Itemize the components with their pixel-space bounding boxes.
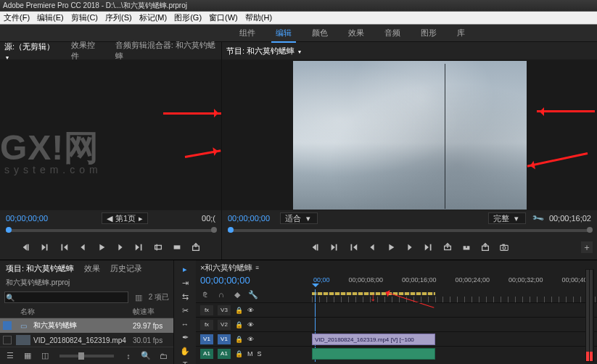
- row-checkbox[interactable]: [3, 336, 12, 344]
- settings-icon[interactable]: 🔧: [530, 211, 544, 226]
- tab-project[interactable]: 项目: 和六莫钓蟋蟀: [6, 263, 74, 274]
- audio-clip[interactable]: [312, 348, 435, 360]
- src-insert-icon[interactable]: [153, 242, 163, 252]
- ripple-tool-icon[interactable]: ⇆: [178, 292, 192, 302]
- src-step-back-icon[interactable]: [78, 242, 88, 252]
- menu-help[interactable]: 帮助(H): [243, 12, 274, 24]
- thumbnail-size-slider[interactable]: [59, 355, 114, 357]
- timeline-sequence-name[interactable]: 和六莫钓蟋蟀: [205, 262, 252, 273]
- ws-libraries[interactable]: 库: [457, 28, 465, 38]
- prg-mark-in-icon[interactable]: [310, 242, 321, 252]
- src-goto-in-icon[interactable]: [59, 242, 69, 252]
- project-list-header[interactable]: 名称 帧速率: [0, 305, 173, 318]
- row-name: VID_20180824_162319.mp4: [33, 336, 133, 344]
- type-tool-icon[interactable]: T: [178, 360, 192, 364]
- track-select-tool-icon[interactable]: ⇥: [178, 278, 192, 288]
- menu-graphics[interactable]: 图形(G): [172, 12, 204, 24]
- src-mark-out-icon[interactable]: [40, 242, 50, 252]
- prg-lift-icon[interactable]: [442, 242, 453, 252]
- row-checkbox[interactable]: [3, 321, 12, 330]
- lane-a1[interactable]: [312, 346, 597, 360]
- src-export-icon[interactable]: [191, 242, 201, 252]
- ws-effects[interactable]: 效果: [348, 28, 364, 38]
- src-overwrite-icon[interactable]: [172, 242, 182, 252]
- freeform-view-icon[interactable]: ◫: [39, 350, 51, 362]
- ws-assembly[interactable]: 组件: [239, 28, 255, 38]
- slip-tool-icon[interactable]: ↔: [178, 320, 192, 328]
- playhead-icon[interactable]: [312, 284, 319, 291]
- track-lanes[interactable]: VID_20180824_162319.mp4 [V] [~100: [312, 302, 597, 364]
- selection-tool-icon[interactable]: ▸: [178, 265, 192, 274]
- prg-step-back-icon[interactable]: [367, 242, 377, 252]
- menu-window[interactable]: 窗口(W): [207, 12, 240, 24]
- prg-export-icon[interactable]: [480, 242, 490, 252]
- bin-icon[interactable]: ▥: [133, 291, 144, 303]
- ws-graphics[interactable]: 图形: [421, 28, 437, 38]
- col-name[interactable]: 名称: [20, 307, 133, 317]
- ws-audio[interactable]: 音频: [384, 28, 400, 38]
- prg-goto-out-icon[interactable]: [424, 242, 434, 252]
- snap-icon[interactable]: ⅊: [200, 289, 210, 299]
- icon-view-icon[interactable]: ▦: [22, 350, 33, 362]
- menu-edit[interactable]: 编辑(E): [35, 12, 66, 24]
- prg-button-editor-icon[interactable]: ＋: [581, 241, 593, 253]
- new-bin-icon[interactable]: 🗀: [157, 350, 169, 362]
- program-panel: 节目: 和六莫钓蟋蟀 ▾ 00;00;00;00 适合 ▾ 完整 ▾ 🔧 00;…: [222, 42, 597, 260]
- prg-mark-out-icon[interactable]: [329, 242, 339, 252]
- program-fit[interactable]: 适合 ▾: [280, 212, 318, 224]
- ws-editing[interactable]: 编辑: [276, 28, 292, 38]
- menu-file[interactable]: 文件(F): [1, 12, 32, 24]
- src-step-fwd-icon[interactable]: [115, 242, 125, 252]
- menu-marker[interactable]: 标记(M): [137, 12, 170, 24]
- source-right-tc: 00;(: [202, 214, 215, 223]
- prg-extract-icon[interactable]: [461, 242, 472, 252]
- menu-seq[interactable]: 序列(S): [103, 12, 134, 24]
- settings-icon[interactable]: 🔧: [248, 289, 258, 299]
- lane-v2[interactable]: [312, 317, 597, 331]
- video-clip[interactable]: VID_20180824_162319.mp4 [V] [~100: [312, 334, 435, 345]
- src-play-icon[interactable]: [96, 242, 107, 252]
- src-goto-out-icon[interactable]: [134, 242, 144, 252]
- program-duration: 00;00;16;02: [549, 214, 591, 223]
- program-zoom[interactable]: 完整 ▾: [488, 212, 526, 224]
- source-page[interactable]: ◀ 第1页 ▸: [102, 212, 148, 224]
- marker-icon[interactable]: ◆: [232, 289, 242, 299]
- track-header-a1[interactable]: A1A1🔒MS: [196, 346, 312, 360]
- program-viewer[interactable]: [222, 59, 597, 210]
- list-view-icon[interactable]: ☰: [4, 350, 16, 362]
- lane-v1[interactable]: VID_20180824_162319.mp4 [V] [~100: [312, 331, 597, 346]
- prg-step-fwd-icon[interactable]: [405, 242, 415, 252]
- program-scrub[interactable]: [222, 226, 597, 235]
- program-timecode[interactable]: 00;00;00;00: [228, 214, 270, 223]
- track-header-v2[interactable]: fxV2🔒👁: [196, 317, 312, 331]
- timeline-ruler[interactable]: 00;00 00;00;08;00 00;00;16;00 00;00;24;0…: [312, 275, 597, 302]
- hand-tool-icon[interactable]: ✋: [178, 347, 192, 356]
- timeline-timecode[interactable]: 00;00;00;00: [196, 275, 312, 288]
- src-mark-in-icon[interactable]: [21, 242, 31, 252]
- track-header-v1[interactable]: V1V1🔒👁: [196, 331, 312, 346]
- track-header-v3[interactable]: fxV3🔒👁: [196, 302, 312, 317]
- linked-sel-icon[interactable]: ∩: [216, 289, 226, 299]
- tab-effects[interactable]: 效果: [84, 263, 100, 274]
- razor-tool-icon[interactable]: ✂: [178, 306, 192, 315]
- menu-clip[interactable]: 剪辑(C): [69, 12, 100, 24]
- project-search-input[interactable]: [4, 291, 128, 303]
- sort-icon[interactable]: ↕: [123, 350, 134, 362]
- find-icon[interactable]: 🔍: [140, 350, 152, 362]
- col-fps[interactable]: 帧速率: [133, 307, 173, 317]
- search-icon: 🔍: [6, 294, 15, 302]
- prg-goto-in-icon[interactable]: [348, 242, 358, 252]
- source-viewer[interactable]: GX!网system.com: [0, 59, 221, 210]
- source-scrub[interactable]: [0, 226, 221, 235]
- ws-color[interactable]: 颜色: [312, 28, 328, 38]
- tab-history[interactable]: 历史记录: [110, 263, 142, 274]
- pen-tool-icon[interactable]: ✒: [178, 333, 192, 342]
- prg-play-icon[interactable]: [386, 242, 396, 252]
- tab-program[interactable]: 节目: 和六莫钓蟋蟀 ▾: [226, 43, 301, 59]
- project-file-label: 和六莫钓蟋蟀.prproj: [0, 276, 173, 289]
- prg-snapshot-icon[interactable]: [499, 242, 509, 252]
- project-row[interactable]: ▭ 和六莫钓蟋蟀 29.97 fps: [0, 318, 173, 333]
- lane-v3[interactable]: [312, 302, 597, 317]
- project-row[interactable]: VID_20180824_162319.mp4 30.01 fps: [0, 333, 173, 347]
- source-timecode[interactable]: 00;00;00;00: [6, 214, 48, 223]
